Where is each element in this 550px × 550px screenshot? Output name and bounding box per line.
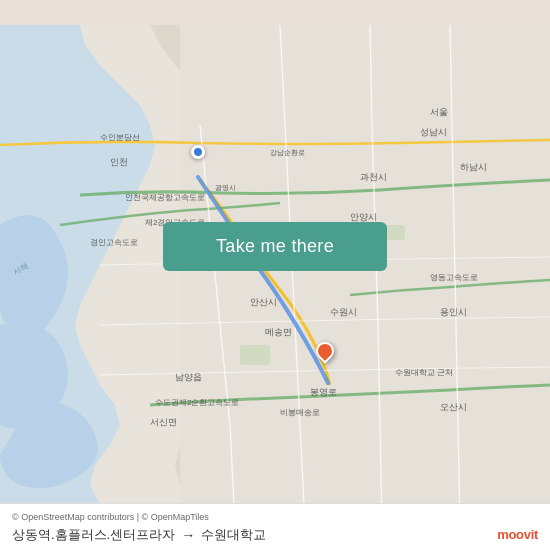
map-container: 인천 서울 하남시 인천국제공항고속도로 제2경인고속도로 경인고속도로 성남시… [0, 0, 550, 550]
svg-text:경인고속도로: 경인고속도로 [90, 238, 138, 247]
map-background: 인천 서울 하남시 인천국제공항고속도로 제2경인고속도로 경인고속도로 성남시… [0, 0, 550, 550]
svg-text:과천시: 과천시 [360, 172, 387, 182]
svg-text:메송면: 메송면 [265, 327, 292, 337]
attribution: © OpenStreetMap contributors | © OpenMap… [12, 512, 538, 522]
svg-text:성남시: 성남시 [420, 127, 447, 137]
svg-text:용인시: 용인시 [440, 307, 467, 317]
route-arrow-icon: → [181, 527, 195, 543]
svg-text:남양읍: 남양읍 [175, 372, 202, 382]
svg-text:안양시: 안양시 [350, 212, 377, 222]
moovit-logo: moovit [497, 527, 538, 542]
svg-text:안산시: 안산시 [250, 297, 277, 307]
svg-text:하남시: 하남시 [460, 162, 487, 172]
svg-text:서신면: 서신면 [150, 417, 177, 427]
take-me-there-button-overlay: Take me there [163, 222, 387, 271]
destination-pin [316, 342, 334, 360]
origin-label: 상동역.홈플러스.센터프라자 [12, 526, 175, 544]
attribution-text: © OpenStreetMap contributors | © OpenMap… [12, 512, 209, 522]
destination-label: 수원대학교 [201, 526, 266, 544]
svg-text:오산시: 오산시 [440, 402, 467, 412]
take-me-there-button[interactable]: Take me there [163, 222, 387, 271]
svg-text:봉영로: 봉영로 [310, 387, 337, 397]
svg-text:수도권제2순환고속도로: 수도권제2순환고속도로 [155, 398, 239, 407]
svg-text:광명시: 광명시 [215, 184, 236, 192]
bottom-bar: © OpenStreetMap contributors | © OpenMap… [0, 503, 550, 550]
svg-text:비봉매송로: 비봉매송로 [280, 408, 320, 417]
origin-pin [191, 145, 205, 159]
svg-text:수원대학교 근처: 수원대학교 근처 [395, 368, 453, 377]
svg-text:강남순환로: 강남순환로 [270, 149, 305, 157]
svg-text:인천국제공항고속도로: 인천국제공항고속도로 [125, 193, 205, 202]
svg-text:서울: 서울 [430, 107, 448, 117]
route-info: 상동역.홈플러스.센터프라자 → 수원대학교 [12, 526, 538, 544]
svg-text:영동고속도로: 영동고속도로 [430, 273, 478, 282]
svg-text:수인분당선: 수인분당선 [100, 133, 140, 142]
svg-text:수원시: 수원시 [330, 307, 357, 317]
svg-rect-1 [180, 25, 550, 525]
svg-text:인천: 인천 [110, 157, 128, 167]
svg-rect-27 [240, 345, 270, 365]
